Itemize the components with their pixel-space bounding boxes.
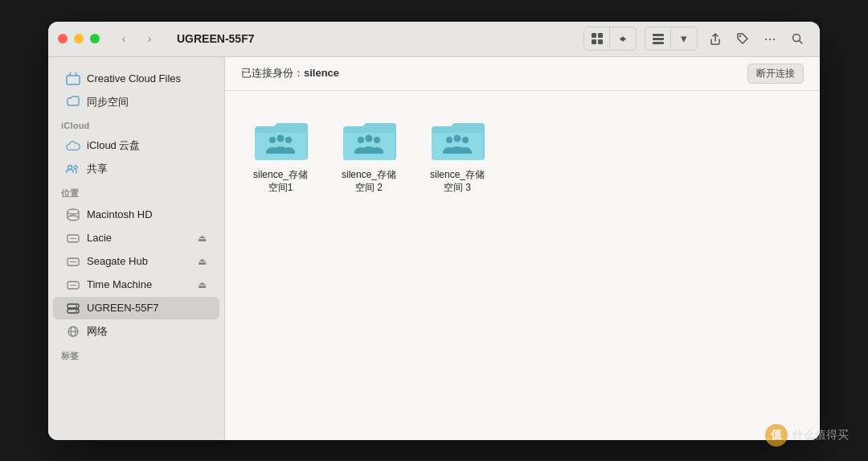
- back-button[interactable]: ‹: [113, 27, 135, 50]
- folder-label-1: silence_存储空间1: [249, 168, 312, 196]
- status-prefix: 已连接身份：: [241, 67, 304, 79]
- sort-button[interactable]: [610, 27, 636, 50]
- svg-rect-11: [67, 76, 80, 84]
- svg-point-13: [74, 166, 77, 169]
- svg-point-37: [462, 137, 469, 143]
- svg-rect-3: [598, 39, 603, 44]
- sidebar-item-ugreen[interactable]: UGREEN-55F7: [53, 297, 219, 319]
- sidebar-item-label: Seagate Hub: [87, 255, 148, 267]
- toolbar-right: ▾ ···: [580, 27, 810, 51]
- finder-window: ‹ › UGREEN-55F7: [48, 22, 820, 440]
- watermark-text: 什么值得买: [792, 428, 849, 442]
- svg-point-30: [277, 134, 285, 142]
- svg-point-31: [285, 137, 292, 143]
- sync-folder-icon: [66, 95, 80, 109]
- drive-icon-2: [66, 254, 80, 269]
- disconnect-button[interactable]: 断开连接: [747, 64, 804, 84]
- svg-rect-7: [653, 38, 664, 40]
- tags-section-label: 标签: [48, 344, 224, 365]
- svg-point-9: [739, 35, 741, 37]
- folder-item-2[interactable]: silence_存储空间 2: [333, 110, 405, 200]
- sidebar-item-shared[interactable]: 共享: [53, 158, 219, 180]
- watermark: 值 什么值得买: [765, 424, 849, 447]
- sidebar-item-label: Time Machine: [87, 278, 152, 290]
- eject-icon-2[interactable]: ⏏: [198, 256, 207, 267]
- svg-point-14: [68, 216, 79, 220]
- share-button[interactable]: [702, 27, 728, 50]
- svg-rect-0: [592, 33, 596, 38]
- sidebar-item-label: 共享: [87, 162, 108, 176]
- status-user: silence: [304, 67, 339, 79]
- status-text: 已连接身份：silence: [241, 66, 339, 80]
- maximize-button[interactable]: [90, 34, 100, 43]
- svg-point-33: [366, 134, 373, 142]
- folder-label-2: silence_存储空间 2: [338, 168, 400, 196]
- svg-point-36: [454, 134, 461, 142]
- sidebar-item-seagate[interactable]: Seagate Hub ⏏: [53, 250, 219, 273]
- minimize-button[interactable]: [74, 34, 84, 43]
- sidebar-item-label: Macintosh HD: [87, 208, 153, 220]
- sidebar-item-macintosh-hd[interactable]: Macintosh HD: [53, 204, 219, 226]
- folder-icon-3: [428, 115, 486, 163]
- sidebar-item-sync[interactable]: 同步空间: [53, 91, 219, 113]
- search-button[interactable]: [784, 27, 810, 50]
- svg-point-15: [68, 209, 79, 214]
- sidebar-item-label: 同步空间: [87, 95, 129, 109]
- sidebar-item-label: Lacie: [87, 232, 112, 244]
- sidebar-item-label: iCloud 云盘: [87, 138, 140, 153]
- drive-icon-3: [66, 278, 80, 292]
- shared-icon: [66, 162, 80, 176]
- svg-point-34: [374, 137, 380, 143]
- sidebar-item-label: Creative Cloud Files: [87, 72, 181, 84]
- list-view-button[interactable]: [645, 27, 671, 50]
- main-content: Creative Cloud Files 同步空间 iCloud iCl: [48, 57, 820, 440]
- icloud-icon: [66, 138, 80, 153]
- sidebar-item-network[interactable]: 网络: [53, 320, 219, 343]
- svg-point-35: [446, 137, 452, 143]
- disk-icon: [66, 208, 80, 222]
- list-sort-button[interactable]: ▾: [671, 27, 697, 50]
- icon-view-button[interactable]: [584, 27, 610, 50]
- watermark-logo: 值: [765, 424, 788, 447]
- sidebar: Creative Cloud Files 同步空间 iCloud iCl: [48, 57, 225, 440]
- close-button[interactable]: [58, 34, 68, 43]
- svg-point-24: [76, 305, 77, 307]
- tag-button[interactable]: [730, 27, 755, 50]
- sidebar-item-icloud[interactable]: iCloud 云盘: [53, 134, 219, 157]
- sidebar-item-lacie[interactable]: Lacie ⏏: [53, 227, 219, 249]
- sidebar-item-creative-cloud[interactable]: Creative Cloud Files: [53, 68, 219, 90]
- location-section-label: 位置: [48, 181, 224, 203]
- folder-icon-2: [340, 115, 398, 163]
- forward-button[interactable]: ›: [138, 27, 161, 50]
- svg-point-32: [358, 137, 364, 143]
- window-title: UGREEN-55F7: [177, 32, 580, 45]
- svg-rect-6: [653, 34, 664, 36]
- svg-point-29: [269, 137, 276, 143]
- network-icon: [66, 324, 80, 339]
- svg-rect-1: [598, 33, 603, 38]
- svg-rect-2: [592, 39, 596, 44]
- view-switcher: [583, 27, 637, 51]
- more-button[interactable]: ···: [757, 27, 783, 50]
- svg-point-12: [68, 165, 72, 169]
- titlebar: ‹ › UGREEN-55F7: [48, 22, 820, 57]
- svg-rect-8: [653, 42, 664, 44]
- list-view-group: ▾: [645, 27, 698, 51]
- drive-icon: [66, 231, 80, 245]
- eject-icon[interactable]: ⏏: [198, 233, 207, 244]
- folder-icon-1: [252, 115, 309, 163]
- folder-item-1[interactable]: silence_存储空间1: [244, 110, 317, 200]
- sidebar-item-time-machine[interactable]: Time Machine ⏏: [53, 274, 219, 296]
- nav-buttons: ‹ ›: [113, 27, 161, 50]
- status-bar: 已连接身份：silence 断开连接: [225, 57, 820, 91]
- eject-icon-3[interactable]: ⏏: [198, 279, 207, 290]
- nas-icon: [66, 301, 80, 315]
- traffic-lights: [58, 34, 100, 43]
- sidebar-item-label: 网络: [87, 324, 108, 339]
- svg-point-25: [76, 310, 77, 311]
- creative-cloud-icon: [66, 72, 80, 86]
- folder-item-3[interactable]: silence_存储空间 3: [421, 110, 493, 200]
- file-area: 已连接身份：silence 断开连接: [225, 57, 820, 440]
- folder-label-3: silence_存储空间 3: [426, 168, 489, 196]
- file-grid: silence_存储空间1: [225, 91, 820, 440]
